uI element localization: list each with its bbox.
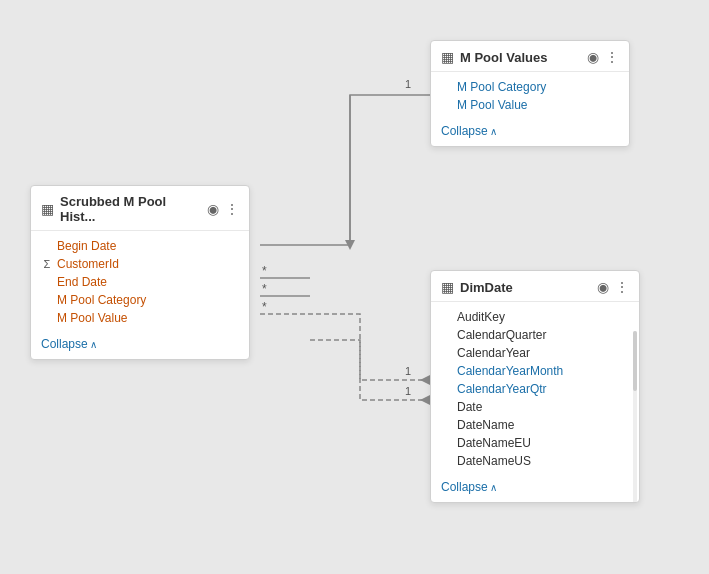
more-icon-scrubbed[interactable]: ⋮ [225, 201, 239, 217]
list-item: End Date [41, 273, 239, 291]
table-icon-scrubbed: ▦ [41, 201, 54, 217]
svg-marker-6 [420, 375, 430, 385]
scrubbed-mpool-header: ▦ Scrubbed M Pool Hist... ◉ ⋮ [31, 186, 249, 231]
field-name: M Pool Category [57, 293, 146, 307]
sigma-icon: Σ [41, 258, 53, 270]
field-name: Date [457, 400, 482, 414]
field-name: AuditKey [457, 310, 505, 324]
field-name: M Pool Value [57, 311, 127, 325]
list-item: DateName [441, 416, 629, 434]
scrubbed-mpool-fields: Begin Date Σ CustomerId End Date M Pool … [31, 231, 249, 333]
scrubbed-mpool-title: Scrubbed M Pool Hist... [60, 194, 201, 224]
dimdate-actions: ◉ ⋮ [597, 279, 629, 295]
scrubbed-mpool-actions: ◉ ⋮ [207, 201, 239, 217]
field-name: Begin Date [57, 239, 116, 253]
m-pool-values-actions: ◉ ⋮ [587, 49, 619, 65]
field-name: DateNameEU [457, 436, 531, 450]
m-pool-values-collapse[interactable]: Collapse [431, 120, 629, 146]
svg-marker-2 [345, 240, 355, 250]
more-icon-dimdate[interactable]: ⋮ [615, 279, 629, 295]
list-item: Date [441, 398, 629, 416]
m-pool-values-fields: M Pool Category M Pool Value [431, 72, 629, 120]
list-item: M Pool Value [441, 96, 619, 114]
list-item: DateNameEU [441, 434, 629, 452]
svg-text:1: 1 [405, 365, 411, 377]
eye-icon-dimdate[interactable]: ◉ [597, 279, 609, 295]
scrubbed-mpool-collapse[interactable]: Collapse [31, 333, 249, 359]
m-pool-values-title: M Pool Values [460, 50, 581, 65]
more-icon-mpool[interactable]: ⋮ [605, 49, 619, 65]
diagram-canvas: 1 * * * 1 1 ▦ M Pool Values ◉ ⋮ [0, 0, 709, 574]
list-item: M Pool Category [441, 78, 619, 96]
list-item: CalendarYearMonth [441, 362, 629, 380]
eye-icon-mpool[interactable]: ◉ [587, 49, 599, 65]
field-name: CalendarQuarter [457, 328, 546, 342]
field-name: CalendarYear [457, 346, 530, 360]
dimdate-fields: AuditKey CalendarQuarter CalendarYear Ca… [431, 302, 639, 476]
dimdate-card: ▦ DimDate ◉ ⋮ AuditKey CalendarQuarter C… [430, 270, 640, 503]
list-item: AuditKey [441, 308, 629, 326]
eye-icon-scrubbed[interactable]: ◉ [207, 201, 219, 217]
table-icon-mpool: ▦ [441, 49, 454, 65]
svg-text:*: * [262, 264, 267, 278]
dimdate-header: ▦ DimDate ◉ ⋮ [431, 271, 639, 302]
scrubbed-mpool-card: ▦ Scrubbed M Pool Hist... ◉ ⋮ Begin Date… [30, 185, 250, 360]
table-icon-dimdate: ▦ [441, 279, 454, 295]
field-name: CustomerId [57, 257, 119, 271]
list-item: M Pool Category [41, 291, 239, 309]
list-item: Σ CustomerId [41, 255, 239, 273]
field-name: CalendarYearMonth [457, 364, 563, 378]
svg-text:*: * [262, 300, 267, 314]
field-name: M Pool Value [457, 98, 527, 112]
field-name: DateName [457, 418, 514, 432]
dimdate-title: DimDate [460, 280, 591, 295]
list-item: CalendarYear [441, 344, 629, 362]
list-item: CalendarQuarter [441, 326, 629, 344]
dimdate-collapse[interactable]: Collapse [431, 476, 639, 502]
field-name: M Pool Category [457, 80, 546, 94]
list-item: Begin Date [41, 237, 239, 255]
svg-text:*: * [262, 282, 267, 296]
list-item: M Pool Value [41, 309, 239, 327]
m-pool-values-header: ▦ M Pool Values ◉ ⋮ [431, 41, 629, 72]
scrollbar-track [633, 331, 637, 503]
svg-text:1: 1 [405, 78, 411, 90]
m-pool-values-card: ▦ M Pool Values ◉ ⋮ M Pool Category M Po… [430, 40, 630, 147]
field-name: CalendarYearQtr [457, 382, 547, 396]
svg-marker-8 [420, 395, 430, 405]
field-name: End Date [57, 275, 107, 289]
list-item: CalendarYearQtr [441, 380, 629, 398]
svg-text:1: 1 [405, 385, 411, 397]
scrollbar-thumb[interactable] [633, 331, 637, 391]
field-name: DateNameUS [457, 454, 531, 468]
list-item: DateNameUS [441, 452, 629, 470]
